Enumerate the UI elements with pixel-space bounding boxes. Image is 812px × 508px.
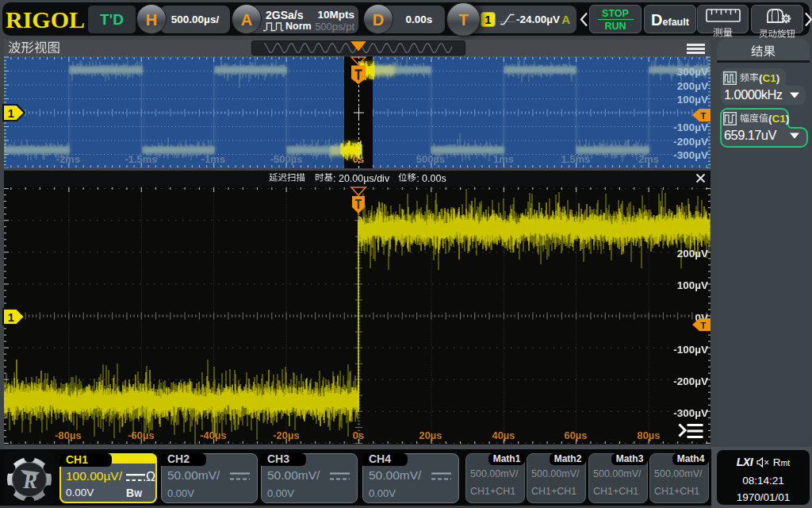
svg-text:T: T: [700, 321, 706, 330]
svg-text:T: T: [700, 111, 706, 121]
svg-text:1: 1: [8, 310, 14, 324]
svg-text:1: 1: [8, 106, 14, 120]
